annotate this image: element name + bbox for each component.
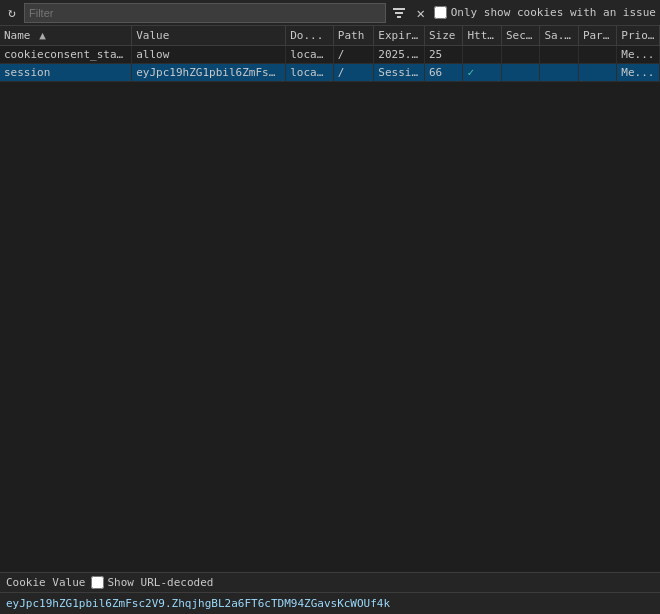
- svg-rect-1: [395, 12, 403, 14]
- svg-rect-0: [393, 8, 405, 10]
- cell-part: [578, 46, 616, 64]
- cell-http: [463, 46, 501, 64]
- cookies-table: Name ▲ Value Do... Path Expir... Size: [0, 26, 660, 82]
- table-row[interactable]: cookieconsent_statusallowloca.../2025...…: [0, 46, 660, 64]
- cookie-value-label: Cookie Value: [6, 576, 85, 589]
- cell-part: [578, 64, 616, 82]
- col-header-expiry[interactable]: Expir...: [374, 26, 425, 46]
- cell-size: 25: [424, 46, 462, 64]
- col-header-secure[interactable]: Sec...: [501, 26, 539, 46]
- cell-name: cookieconsent_status: [0, 46, 132, 64]
- col-header-name[interactable]: Name ▲: [0, 26, 132, 46]
- cell-prio: Me...: [617, 64, 660, 82]
- sort-arrow-name: ▲: [39, 29, 46, 42]
- cell-secure: [501, 64, 539, 82]
- col-header-domain[interactable]: Do...: [286, 26, 334, 46]
- cell-path: /: [333, 64, 374, 82]
- col-header-part[interactable]: Part...: [578, 26, 616, 46]
- filter-options-button[interactable]: [390, 4, 408, 22]
- cell-http: ✓: [463, 64, 501, 82]
- cell-domain: loca...: [286, 64, 334, 82]
- col-header-value[interactable]: Value: [132, 26, 286, 46]
- col-header-path[interactable]: Path: [333, 26, 374, 46]
- refresh-button[interactable]: ↻: [4, 5, 20, 21]
- cell-expiry: Sessi...: [374, 64, 425, 82]
- cell-same: [540, 64, 578, 82]
- show-url-decoded-checkbox[interactable]: [91, 576, 104, 589]
- cookie-value-display: eyJpc19hZG1pbil6ZmFsc2V9.ZhqjhgBL2a6FT6c…: [0, 593, 660, 614]
- footer: Cookie Value Show URL-decoded eyJpc19hZG…: [0, 572, 660, 614]
- col-header-prio[interactable]: Prio...: [617, 26, 660, 46]
- cell-size: 66: [424, 64, 462, 82]
- only-show-issues-checkbox[interactable]: [434, 6, 447, 19]
- filter-input[interactable]: [24, 3, 386, 23]
- cell-name: session: [0, 64, 132, 82]
- cell-domain: loca...: [286, 46, 334, 64]
- col-header-http[interactable]: Htt...: [463, 26, 501, 46]
- cell-same: [540, 46, 578, 64]
- table-header-row: Name ▲ Value Do... Path Expir... Size: [0, 26, 660, 46]
- footer-top: Cookie Value Show URL-decoded: [0, 573, 660, 593]
- toolbar: ↻ ✕ Only show cookies with an issue: [0, 0, 660, 26]
- cell-expiry: 2025...: [374, 46, 425, 64]
- cell-secure: [501, 46, 539, 64]
- only-show-issues-label[interactable]: Only show cookies with an issue: [434, 6, 656, 19]
- table-row[interactable]: sessioneyJpc19hZG1pbil6ZmFsc2V9.Zhq...lo…: [0, 64, 660, 82]
- svg-rect-2: [397, 16, 401, 18]
- cell-value: allow: [132, 46, 286, 64]
- cell-prio: Me...: [617, 46, 660, 64]
- clear-filter-button[interactable]: ✕: [412, 4, 430, 22]
- col-header-size[interactable]: Size: [424, 26, 462, 46]
- col-header-same[interactable]: Sa...: [540, 26, 578, 46]
- cell-value: eyJpc19hZG1pbil6ZmFsc2V9.Zhq...: [132, 64, 286, 82]
- cell-path: /: [333, 46, 374, 64]
- show-url-decoded-label[interactable]: Show URL-decoded: [91, 576, 213, 589]
- http-only-check: ✓: [467, 66, 474, 79]
- cookies-table-container: Name ▲ Value Do... Path Expir... Size: [0, 26, 660, 572]
- table-body: cookieconsent_statusallowloca.../2025...…: [0, 46, 660, 82]
